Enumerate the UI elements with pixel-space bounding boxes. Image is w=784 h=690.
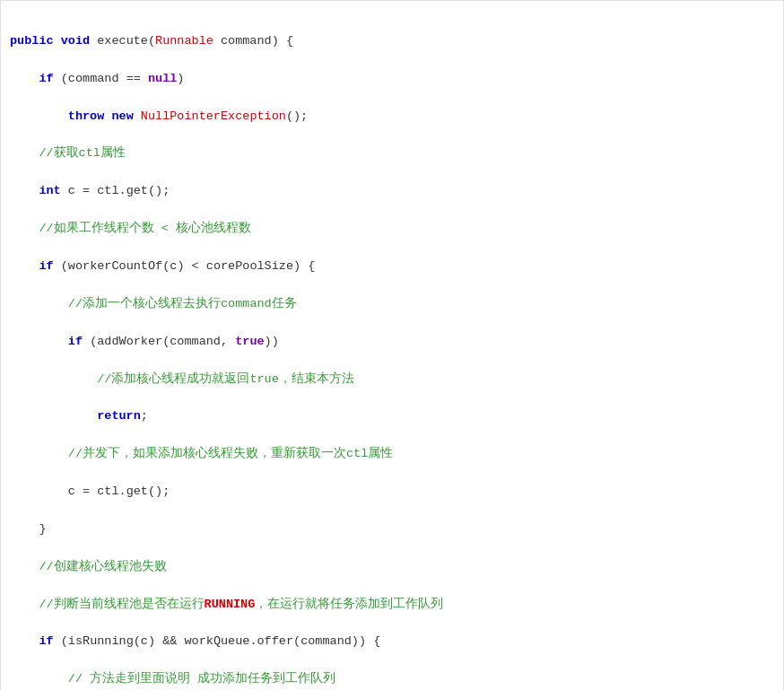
code-block: public void execute(Runnable command) { … [10,13,769,690]
code-container: public void execute(Runnable command) { … [0,0,784,690]
